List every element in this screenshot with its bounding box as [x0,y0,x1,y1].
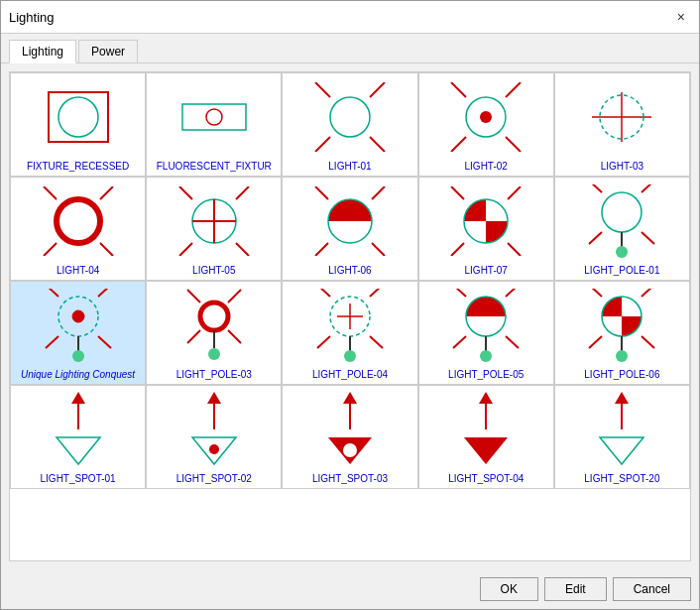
label-lightpole04: LIGHT_POLE-04 [312,369,388,380]
label-lightspot01: LIGHT_SPOT-01 [41,473,116,484]
svg-point-61 [208,348,220,360]
cell-lightpole04[interactable]: LIGHT_POLE-04 [282,281,417,385]
svg-marker-86 [71,392,85,404]
svg-line-39 [508,243,521,256]
svg-marker-101 [600,437,643,464]
icon-light03 [559,77,685,157]
close-button[interactable]: × [671,7,691,27]
label-lightpole01: LIGHT_POLE-01 [584,265,659,276]
dialog-title: Lighting [9,10,55,25]
svg-marker-98 [464,437,508,464]
svg-line-28 [179,243,192,256]
label-lightpole06: LIGHT_POLE-06 [584,369,659,380]
ok-button[interactable]: OK [480,577,538,601]
label-lightpole05: LIGHT_POLE-05 [448,369,524,380]
label-lightspot04: LIGHT_SPOT-04 [448,473,524,484]
svg-line-7 [315,137,330,152]
tab-power[interactable]: Power [78,40,138,62]
svg-line-65 [317,289,330,297]
svg-line-26 [179,186,192,199]
icon-fixture-recessed [15,77,141,157]
svg-point-70 [344,350,356,362]
svg-line-13 [451,137,466,152]
svg-point-40 [602,192,642,232]
cell-lightpole03[interactable]: LIGHT_POLE-03 [146,281,282,385]
svg-line-66 [370,289,383,297]
svg-line-44 [642,232,654,244]
cell-lightspot04[interactable]: LIGHT_SPOT-04 [418,385,554,489]
svg-line-6 [370,82,385,97]
label-light02: LIGHT-02 [465,161,508,172]
svg-line-80 [642,289,654,297]
svg-line-42 [642,184,654,192]
symbol-grid-container[interactable]: FIXTURE_RECESSED FLUORESCENT_FIXTUR [9,71,691,561]
svg-point-95 [343,443,357,457]
cell-lightpole05[interactable]: LIGHT_POLE-05 [418,281,554,385]
svg-marker-97 [479,392,493,404]
svg-line-59 [228,330,241,343]
svg-line-21 [44,243,57,256]
svg-line-52 [98,336,111,348]
cell-light02[interactable]: LIGHT-02 [418,72,554,177]
svg-line-81 [589,336,602,348]
cell-lightspot02[interactable]: LIGHT_SPOT-02 [146,385,282,489]
symbol-grid: FIXTURE_RECESSED FLUORESCENT_FIXTUR [10,72,690,489]
icon-lightpole01 [559,182,685,261]
cell-light06[interactable]: LIGHT-06 [282,177,417,281]
label-unique: Unique Lighting Conquest [21,369,135,380]
svg-point-48 [72,310,84,322]
dialog-footer: OK Edit Cancel [1,569,699,609]
svg-line-36 [451,186,464,199]
cell-lightspot20[interactable]: LIGHT_SPOT-20 [554,385,690,489]
title-bar: Lighting × [1,1,699,34]
icon-light06 [287,182,412,261]
cell-light05[interactable]: LIGHT-05 [146,177,282,281]
icon-unique [15,286,141,365]
svg-line-37 [508,186,521,199]
svg-line-75 [506,336,519,348]
cell-light01[interactable]: LIGHT-01 [282,72,417,177]
svg-point-1 [58,97,98,137]
cell-fluorescent[interactable]: FLUORESCENT_FIXTUR [146,72,282,177]
cell-light03[interactable]: LIGHT-03 [554,72,690,177]
tab-bar: Lighting Power [1,34,699,63]
label-light05: LIGHT-05 [192,265,235,276]
svg-line-57 [228,290,241,303]
svg-point-91 [209,444,219,454]
svg-line-12 [506,82,521,97]
tab-lighting[interactable]: Lighting [9,40,76,63]
icon-lightpole03 [151,286,277,365]
cell-lightpole01[interactable]: LIGHT_POLE-01 [554,177,690,281]
cancel-button[interactable]: Cancel [613,577,691,601]
cell-light04[interactable]: LIGHT-04 [10,177,146,281]
icon-lightpole05 [423,286,549,365]
cell-unique[interactable]: Unique Lighting Conquest [10,281,146,385]
icon-light01 [287,77,412,157]
cell-lightspot01[interactable]: LIGHT_SPOT-01 [10,385,146,489]
svg-point-54 [72,350,84,362]
svg-line-29 [236,243,249,256]
svg-line-20 [100,186,113,199]
label-lightspot03: LIGHT_SPOT-03 [312,473,388,484]
svg-rect-2 [182,104,246,130]
cell-light07[interactable]: LIGHT-07 [418,177,554,281]
cell-fixture-recessed[interactable]: FIXTURE_RECESSED [10,72,146,177]
cell-lightpole06[interactable]: LIGHT_POLE-06 [554,281,690,385]
svg-point-84 [616,350,628,362]
icon-light05 [151,182,277,261]
label-light03: LIGHT-03 [601,161,643,172]
svg-line-68 [370,336,383,348]
cell-lightspot03[interactable]: LIGHT_SPOT-03 [282,385,417,489]
svg-line-38 [451,243,464,256]
icon-lightspot04 [423,390,549,469]
svg-line-8 [370,137,385,152]
label-light06: LIGHT-06 [328,265,371,276]
svg-line-73 [506,289,519,297]
icon-lightpole04 [287,286,412,365]
svg-line-27 [236,186,249,199]
icon-light07 [423,182,549,261]
edit-button[interactable]: Edit [544,577,607,601]
svg-point-46 [616,246,628,258]
svg-marker-89 [207,392,221,404]
label-light04: LIGHT-04 [57,265,99,276]
